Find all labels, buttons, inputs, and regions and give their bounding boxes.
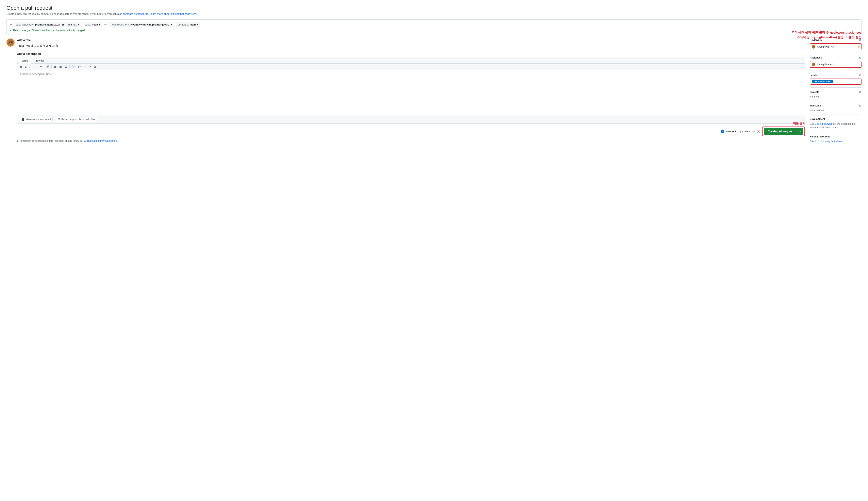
desc-label: Add a description: [17, 52, 805, 55]
file-upload-label[interactable]: 🖼 Paste, drop, or click to add files: [56, 117, 97, 122]
allow-edits-checkbox[interactable]: ✓: [721, 130, 724, 133]
milestone-section: Milestone ⚙ No milestone: [810, 101, 861, 115]
description-editor: Write Preview H B I ≡ <> 🔗 ☰: [17, 57, 805, 124]
mention-button[interactable]: @: [77, 65, 82, 68]
heading-button[interactable]: H: [19, 65, 23, 68]
development-title: Development: [810, 118, 825, 120]
markdown-support-label: ⬛ Markdown is supported: [20, 117, 53, 122]
milestone-value: No milestone: [810, 109, 861, 112]
base-repo-selector[interactable]: base repository: prompt-sejong/2024_1st_…: [14, 22, 81, 27]
page-subtitle: Create a new pull request by comparing c…: [7, 12, 861, 15]
left-panel: 🐻 Add a title Add a description Write Pr…: [7, 39, 805, 146]
labels-section: Labels ⚙ documentation: [810, 71, 861, 88]
title-label: Add a title: [17, 39, 805, 42]
editor-tabs: Write Preview: [17, 57, 805, 64]
editor-toolbar: H B I ≡ <> 🔗 ☰ ☱ ☑ 📎: [17, 64, 805, 70]
assignee-avatar: 🐻: [812, 63, 815, 66]
merge-status: ✓ Able to merge. These branches can be a…: [10, 29, 858, 32]
allow-edits-label[interactable]: ✓ Allow edits by maintainers ?: [721, 130, 760, 133]
create-pr-button[interactable]: Create pull request: [764, 128, 797, 135]
development-text: Use Closing keywords in the description …: [810, 122, 861, 129]
undo-button[interactable]: ↩: [88, 65, 92, 68]
toolbar-divider-2: [51, 65, 52, 68]
base-branch-selector[interactable]: base: main ▾: [83, 22, 102, 27]
projects-title: Projects: [810, 91, 819, 94]
unordered-list-button[interactable]: ☰: [53, 65, 57, 68]
reviewers-section: Reviewers ⚙ 🐻 KyongHwan-Kim: [810, 39, 861, 53]
preview-tab[interactable]: Preview: [31, 58, 47, 63]
closing-keywords-link[interactable]: Closing keywords: [815, 122, 834, 125]
help-icon[interactable]: ?: [757, 130, 760, 133]
compare-forks-link[interactable]: compare across forks.: [123, 12, 149, 15]
projects-gear-icon[interactable]: ⚙: [859, 90, 861, 94]
create-pr-dropdown[interactable]: ▾: [797, 128, 803, 135]
title-input[interactable]: [17, 43, 805, 49]
community-guidelines-link-footer[interactable]: GitHub Community Guidelines: [84, 139, 117, 142]
reviewer-avatar: 🐻: [812, 45, 815, 49]
task-list-button[interactable]: ☑: [64, 65, 68, 68]
arrow-icon: ←: [104, 22, 107, 27]
helpful-resources-title: Helpful resources: [810, 135, 830, 138]
milestone-gear-icon[interactable]: ⚙: [859, 104, 861, 107]
community-guidelines-link[interactable]: GitHub Community Guidelines: [810, 140, 842, 143]
description-textarea[interactable]: [17, 70, 805, 115]
branch-bar: ⇄ base repository: prompt-sejong/2024_1s…: [7, 19, 861, 34]
head-repo-selector[interactable]: head repository: KyongHwan-Kim/prompt-ja…: [109, 22, 174, 27]
link-button[interactable]: 🔗: [45, 65, 50, 68]
documentation-badge: documentation: [812, 80, 833, 83]
helpful-resources-section: Helpful resources GitHub Community Guide…: [810, 132, 861, 146]
click-annotation: 버튼 클릭: [793, 122, 805, 125]
reference-button[interactable]: ↗: [83, 65, 86, 68]
annotation-top: 우측 상단 설정 버튼 클릭 후 Reviewers, Assignees 스터…: [791, 30, 861, 40]
compare-branch-selector[interactable]: compare: main ▾: [176, 22, 200, 27]
footer-note: ℹ Remember, contributions to this reposi…: [17, 139, 805, 142]
assignees-title: Assignees: [810, 56, 822, 59]
editor-footer: ⬛ Markdown is supported 🖼 Paste, drop, o…: [17, 115, 805, 124]
labels-title: Labels: [810, 74, 817, 77]
attachment-button[interactable]: 📎: [71, 65, 76, 68]
reviewer-name: KyongHwan-Kim: [817, 45, 835, 48]
milestone-title: Milestone: [810, 104, 821, 107]
labels-gear-icon[interactable]: ⚙: [859, 74, 861, 77]
page-title: Open a pull request: [7, 5, 861, 11]
ordered-list-button[interactable]: ≡: [34, 65, 37, 68]
write-tab[interactable]: Write: [19, 58, 31, 64]
italic-button[interactable]: I: [29, 65, 31, 68]
right-panel: Reviewers ⚙ 🐻 KyongHwan-Kim Assignees ⚙: [810, 39, 861, 146]
create-pr-button-group[interactable]: Create pull request ▾: [762, 127, 805, 136]
assignee-name: KyongHwan-Kim: [817, 63, 835, 66]
projects-section: Projects ⚙ None yet: [810, 88, 861, 101]
assignees-section: Assignees ⚙ 🐻 KyongHwan-Kim: [810, 53, 861, 71]
reviewer-status-dot: [858, 46, 859, 47]
bold-button[interactable]: B: [24, 65, 27, 68]
assignees-gear-icon[interactable]: ⚙: [859, 56, 861, 59]
development-section: Development Use Closing keywords in the …: [810, 115, 861, 132]
reviewers-box: 🐻 KyongHwan-Kim: [810, 43, 861, 50]
pr-form: Add a title Add a description Write Prev…: [17, 39, 805, 142]
compare-icon: ⇄: [10, 23, 12, 26]
avatar: 🐻: [7, 39, 14, 46]
diff-comparisons-link[interactable]: Learn more about diff comparisons here.: [150, 12, 197, 15]
fullscreen-button[interactable]: ⊡: [93, 65, 97, 68]
code-button[interactable]: <>: [39, 65, 44, 68]
projects-value: None yet: [810, 95, 861, 98]
assignees-box: 🐻 KyongHwan-Kim: [810, 61, 861, 68]
bullet-list-button[interactable]: ☱: [58, 65, 63, 68]
labels-box: documentation: [810, 78, 861, 85]
